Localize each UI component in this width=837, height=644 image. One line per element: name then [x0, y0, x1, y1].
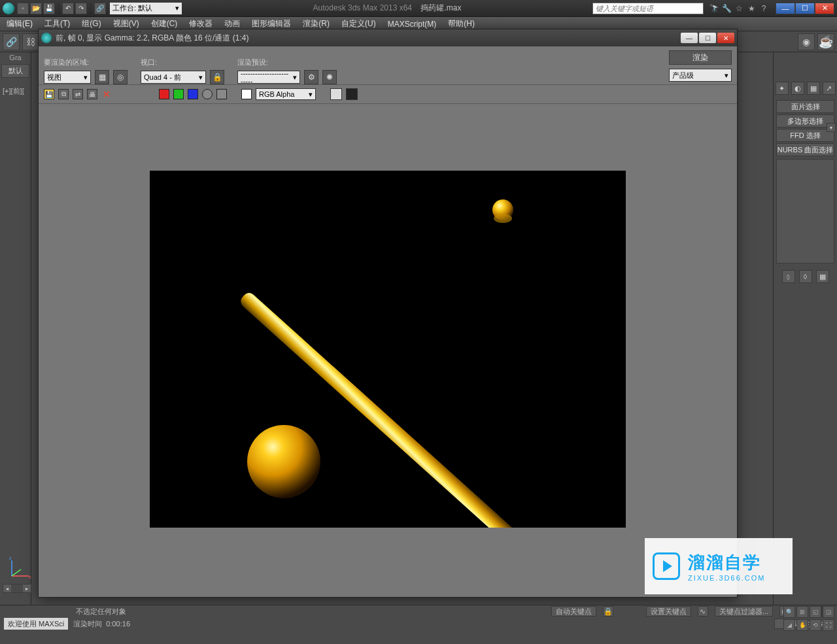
render-window-icon [41, 33, 52, 43]
region-edit-icon[interactable]: ▦ [95, 70, 109, 84]
key-mode-icon[interactable]: ∿ [698, 606, 708, 617]
stack-tools: ⎀ ◊ ▦ [774, 270, 837, 283]
menu-edit[interactable]: 编辑(E) [7, 18, 33, 29]
pin-stack-icon[interactable]: ⎀ [782, 270, 795, 283]
menu-tools[interactable]: 工具(T) [44, 18, 70, 29]
mono-channel-toggle[interactable] [216, 89, 227, 99]
modify-tab-icon[interactable]: ◐ [791, 82, 804, 95]
zoom-extents-all-icon[interactable]: ◲ [823, 606, 834, 618]
ffd-select-button[interactable]: FFD 选择 [776, 129, 834, 142]
poly-select-button[interactable]: 多边形选择 [776, 114, 834, 127]
zoom-all-icon[interactable]: ⊞ [796, 606, 808, 618]
red-channel-toggle[interactable] [159, 89, 169, 99]
blue-channel-toggle[interactable] [188, 89, 198, 99]
render-setup-icon[interactable]: ⚙ [304, 70, 318, 84]
scroll-right-icon[interactable]: ▸ [23, 585, 31, 592]
bg-light-toggle[interactable] [330, 88, 342, 100]
axis-gizmo-icon: z x [7, 555, 33, 581]
scroll-left-icon[interactable]: ◂ [3, 585, 11, 592]
link-tool-icon[interactable]: 🔗 [3, 33, 20, 50]
maximize-button[interactable]: ☐ [795, 3, 815, 14]
watermark-url: ZIXUE.3D66.COM [688, 574, 765, 582]
help-icon[interactable]: ? [759, 3, 769, 14]
set-key-button[interactable]: 设置关键点 [646, 606, 691, 617]
render-teapot-icon[interactable]: ☕ [817, 33, 834, 50]
menu-create[interactable]: 创建(C) [151, 18, 178, 29]
render-titlebar[interactable]: 前, 帧 0, 显示 Gamma: 2.2, RGBA 颜色 16 位/通道 (… [39, 29, 737, 46]
fov-icon[interactable]: ◢ [783, 619, 795, 631]
titlebar-right-icons: 🔭 🔧 ☆ ★ ? [709, 3, 769, 14]
zoom-extents-icon[interactable]: ◱ [810, 606, 821, 618]
modifier-list-arrow[interactable]: ▾ [827, 123, 836, 132]
wrench-icon[interactable]: 🔧 [721, 3, 732, 14]
menu-graph-editors[interactable]: 图形编辑器 [252, 18, 291, 29]
minimize-button[interactable]: — [776, 3, 795, 14]
render-maximize-button[interactable]: ☐ [699, 33, 716, 43]
print-icon[interactable]: 🖶 [87, 89, 97, 99]
menu-customize[interactable]: 自定义(U) [341, 18, 376, 29]
menu-views[interactable]: 视图(V) [113, 18, 139, 29]
display-tab-icon[interactable]: ▦ [807, 82, 820, 95]
production-select[interactable]: 产品级▾ [669, 69, 732, 82]
color-swatch[interactable] [241, 89, 252, 99]
default-tab[interactable]: 默认 [1, 64, 29, 78]
favorite-icon[interactable]: ★ [746, 3, 757, 14]
binoculars-icon[interactable]: 🔭 [709, 3, 719, 14]
environment-icon[interactable]: ✺ [322, 70, 337, 84]
nurbs-select-button[interactable]: NURBS 曲面选择 [776, 143, 834, 156]
viewport-scrollbar[interactable]: ◂ ▸ [3, 584, 31, 593]
menu-modifiers[interactable]: 修改器 [189, 18, 213, 29]
render-button[interactable]: 渲染 [669, 50, 732, 65]
menu-maxscript[interactable]: MAXScript(M) [388, 20, 437, 29]
open-file-icon[interactable]: 📂 [30, 3, 42, 14]
orbit-icon[interactable]: ⟲ [810, 619, 821, 631]
unlink-tool-icon[interactable]: ⛓ [22, 33, 39, 50]
menu-help[interactable]: 帮助(H) [448, 18, 475, 29]
render-preset-select[interactable]: -------------------------▾ [237, 71, 300, 84]
rendered-image[interactable] [150, 171, 626, 528]
compare-icon[interactable]: ⇄ [73, 89, 83, 99]
green-channel-toggle[interactable] [173, 89, 184, 99]
render-minimize-button[interactable]: — [681, 33, 698, 43]
viewport-label[interactable]: [+][前][ [3, 86, 24, 96]
lock-viewport-icon[interactable]: 🔒 [210, 70, 224, 84]
viewport-select[interactable]: Quad 4 - 前▾ [141, 71, 206, 84]
zoom-icon[interactable]: 🔍 [783, 606, 795, 618]
render-close-button[interactable]: ✕ [717, 33, 734, 43]
alpha-channel-toggle[interactable] [202, 89, 213, 99]
make-unique-icon[interactable]: ▦ [816, 270, 829, 283]
material-editor-icon[interactable]: ◉ [798, 33, 815, 50]
app-icon[interactable] [3, 3, 14, 14]
channel-select[interactable]: RGB Alpha▾ [256, 88, 316, 100]
star-icon[interactable]: ☆ [734, 3, 744, 14]
show-result-icon[interactable]: ◊ [799, 270, 812, 283]
clone-image-icon[interactable]: ⧉ [58, 89, 69, 99]
close-button[interactable]: ✕ [815, 3, 834, 14]
pan-icon[interactable]: ✋ [796, 619, 808, 631]
modifier-stack[interactable] [776, 159, 834, 263]
auto-key-button[interactable]: 自动关键点 [551, 606, 596, 617]
render-toolbar-top: 要渲染的区域: 视图▾ ▦ ◎ 视口: Quad 4 - 前▾ 🔒 渲染预设: … [39, 46, 737, 84]
undo-icon[interactable]: ↶ [62, 3, 74, 14]
region-auto-icon[interactable]: ◎ [113, 70, 128, 84]
new-file-icon[interactable]: ▫ [17, 3, 29, 14]
bg-dark-toggle[interactable] [346, 88, 358, 100]
key-filter-button[interactable]: 关键点过滤器... [715, 606, 773, 617]
save-file-icon[interactable]: 💾 [43, 3, 55, 14]
menu-group[interactable]: 组(G) [82, 18, 101, 29]
save-image-icon[interactable]: 💾 [44, 89, 54, 99]
maxscript-listener-tab[interactable]: 欢迎使用 MAXSci [4, 618, 68, 630]
workspace-selector[interactable]: 工作台: 默认▾ [110, 3, 182, 14]
menu-animation[interactable]: 动画 [224, 18, 240, 29]
menu-rendering[interactable]: 渲染(R) [303, 18, 330, 29]
maximize-viewport-icon[interactable]: ⛶ [823, 619, 834, 631]
create-tab-icon[interactable]: ✦ [776, 82, 789, 95]
link-icon[interactable]: 🔗 [94, 3, 106, 14]
search-input[interactable] [592, 3, 704, 14]
area-to-render-select[interactable]: 视图▾ [44, 71, 91, 84]
redo-icon[interactable]: ↷ [75, 3, 87, 14]
utilities-tab-icon[interactable]: ↗ [823, 82, 836, 95]
clear-image-icon[interactable]: ✕ [101, 89, 112, 99]
patch-select-button[interactable]: 面片选择 [776, 100, 834, 113]
selection-lock-icon[interactable]: 🔒 [603, 606, 613, 617]
